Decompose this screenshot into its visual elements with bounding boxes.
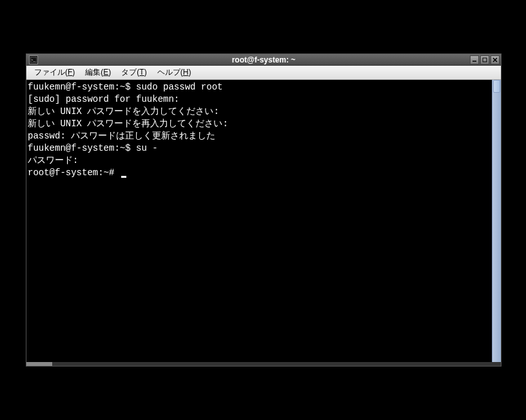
maximize-button[interactable] [480,55,489,64]
terminal-window: >_ root@f-system: ~ ファイル(F) 編集(E) タブ(T) … [26,53,502,367]
menu-edit[interactable]: 編集(E) [80,66,116,79]
svg-rect-3 [483,58,487,62]
terminal-line: 新しい UNIX パスワードを再入力してください: [28,118,491,130]
vertical-scrollbar[interactable] [492,80,501,362]
cursor [121,176,126,178]
app-icon: >_ [29,55,38,64]
terminal-output[interactable]: fuukemn@f-system:~$ sudo passwd root[sud… [26,80,492,362]
terminal-line: passwd: パスワードは正しく更新されました [28,130,491,142]
terminal-line: パスワード: [28,155,491,167]
menu-tabs[interactable]: タブ(T) [116,66,151,79]
window-title: root@f-system: ~ [26,55,501,64]
svg-text:>_: >_ [31,58,36,62]
terminal-line: fuukemn@f-system:~$ sudo passwd root [28,81,491,93]
menubar: ファイル(F) 編集(E) タブ(T) ヘルプ(H) [26,66,501,80]
terminal-line: root@f-system:~# [28,167,491,179]
menu-file[interactable]: ファイル(F) [29,66,80,79]
minimize-button[interactable] [470,55,479,64]
terminal-line: fuukemn@f-system:~$ su - [28,142,491,155]
close-button[interactable] [491,55,500,64]
menu-help[interactable]: ヘルプ(H) [152,66,197,79]
terminal-area: fuukemn@f-system:~$ sudo passwd root[sud… [26,80,501,362]
window-titlebar[interactable]: >_ root@f-system: ~ [26,54,501,66]
scrollbar-thumb[interactable] [493,80,500,93]
terminal-line: [sudo] password for fuukemn: [28,93,491,106]
window-controls [470,55,501,64]
terminal-line: 新しい UNIX パスワードを入力してください: [28,106,491,118]
horizontal-scrollbar[interactable] [26,362,501,366]
horizontal-scrollbar-thumb[interactable] [26,362,52,366]
